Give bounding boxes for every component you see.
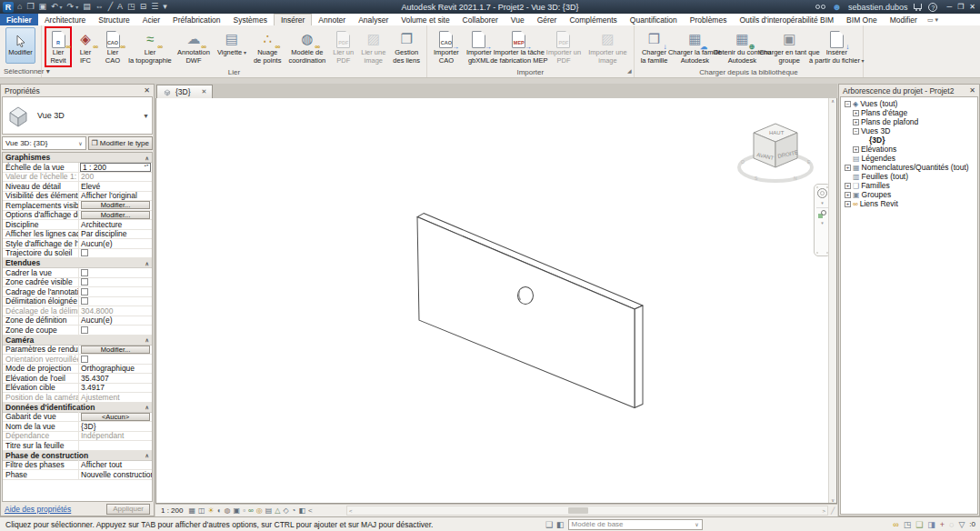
nomenclatures-expander-icon[interactable]: + [845, 165, 851, 171]
steering-wheel-icon[interactable] [817, 188, 827, 198]
compass-north-label[interactable]: N [794, 175, 797, 181]
redo-caret-icon[interactable]: ▾ [75, 4, 78, 10]
vues-3d-expander-icon[interactable]: − [853, 128, 859, 135]
view-cube[interactable]: HAUT AVANT DROITE O E S N [736, 111, 815, 205]
tab-annoter[interactable]: Annoter [312, 14, 352, 25]
ribbon-button-annotation-dwf[interactable]: ☁∞AnnotationDWF [174, 26, 214, 67]
properties-help-link[interactable]: Aide des propriétés [5, 505, 71, 514]
print-icon[interactable]: ▤ [83, 0, 91, 14]
shadows-icon[interactable]: ◐ [217, 505, 222, 517]
compass-west-label[interactable]: O [741, 159, 745, 165]
tree-item-plans-de-plafond[interactable]: +Plans de plafond [841, 117, 977, 126]
active-workset-icon[interactable]: ❑ [915, 520, 923, 529]
section-collapse-icon[interactable]: ∧ [145, 336, 149, 343]
properties-close-icon[interactable]: ✕ [144, 86, 150, 95]
zoom-caret-icon[interactable]: ▾ [821, 220, 824, 225]
reveal-constraints-icon[interactable]: ◇ [283, 505, 288, 517]
vertical-scrollbar[interactable]: ∧ ∨ [828, 98, 836, 503]
measure-icon[interactable]: ⇔ [95, 0, 104, 14]
tab-collaborer[interactable]: Collaborer [456, 14, 505, 25]
tab-structure[interactable]: Structure [92, 14, 136, 25]
search-icon[interactable] [815, 5, 825, 9]
view-tab-3d[interactable]: {3D} ✕ [156, 85, 213, 98]
minimize-button[interactable]: ─ [944, 3, 955, 11]
familles-expander-icon[interactable]: + [845, 183, 851, 189]
user-account[interactable]: sebastien.dubos [848, 3, 908, 12]
editable-only-icon[interactable]: ◧ [556, 520, 565, 529]
view-tab-close-icon[interactable]: ✕ [202, 88, 207, 95]
design-option-select[interactable]: Modèle de base ∨ [568, 519, 703, 530]
modify-button[interactable]: Modifier [5, 27, 35, 64]
reveal-hidden-elements-icon[interactable]: ◎ [256, 505, 263, 517]
ribbon-button-importer-cao[interactable]: CAO→ImporterCAO [430, 26, 463, 67]
undo-caret-icon[interactable]: ▾ [60, 4, 63, 10]
zoom-icon[interactable] [818, 210, 826, 218]
ribbon-button-importer-une-image[interactable]: ▨Importer uneimage [585, 26, 631, 67]
property-value[interactable]: Elevé [79, 182, 152, 191]
tab-modifier[interactable]: Modifier [884, 14, 924, 25]
background-processes-icon[interactable]: ◌ [949, 520, 954, 529]
view-scale[interactable]: 1 : 200 [161, 506, 183, 515]
tab-architecture[interactable]: Architecture [38, 14, 92, 25]
tab-gerer[interactable]: Gérer [531, 14, 564, 25]
scroll-left-icon[interactable]: < [349, 508, 353, 514]
property-value[interactable]: Par discipline [79, 230, 152, 239]
plans-de-plafond-expander-icon[interactable]: + [853, 119, 859, 125]
worksharing-glasses-icon[interactable]: ∞ [893, 520, 898, 529]
section-header-donnees-d-identification[interactable]: Données d'identification∧ [3, 403, 152, 413]
property-value[interactable]: Architecture [79, 220, 152, 229]
tree-item-plans-d-etage[interactable]: +Plans d'étage [841, 108, 977, 117]
property-value[interactable]: Aucun(e) [79, 239, 152, 248]
tab-volume-et-site[interactable]: Volume et site [395, 14, 455, 25]
section-collapse-icon[interactable]: ∧ [145, 260, 149, 266]
ribbon-button-importer-la-tache-de-fabrication-mep[interactable]: MEP→Importer la tâchede fabrication MEP [495, 26, 543, 67]
ribbon-button-lier-une-image[interactable]: ▨Lier uneimage [357, 26, 389, 67]
section-header-phase-de-construction[interactable]: Phase de construction∧ [3, 451, 152, 461]
wall-3d-model[interactable] [156, 98, 836, 503]
undo-icon[interactable]: ↶ [51, 0, 58, 14]
default-3d-view-icon[interactable]: ◳ [127, 0, 135, 14]
ribbon-button-lier-la-topographie[interactable]: ≈∞Lierla topographie [126, 26, 174, 67]
edit-type-button[interactable]: ❐ Modifier le type [88, 136, 153, 150]
scroll-up-icon[interactable]: ∧ [831, 98, 835, 104]
checkbox[interactable] [81, 297, 88, 305]
tree-item-elevations[interactable]: +Elévations [841, 145, 977, 154]
ribbon-button-importer-un-pdf[interactable]: PDFImporter unPDF [543, 26, 585, 67]
section-header-camera[interactable]: Caméra∧ [3, 336, 152, 346]
tab-fichier[interactable]: Fichier [0, 14, 38, 25]
workset-dialog-icon[interactable]: ❑ [545, 520, 553, 529]
property-value[interactable]: 3.4917 [79, 384, 152, 393]
tree-item-legendes[interactable]: ▤Légendes [841, 154, 977, 163]
redo-icon[interactable]: ↷ [67, 0, 75, 14]
view-cube-top-label[interactable]: HAUT [769, 130, 785, 135]
property-value[interactable]: Aucun(e) [79, 316, 152, 326]
rendering-dialog-icon[interactable]: ◍ [225, 505, 231, 517]
hide-analytical-model-icon[interactable]: △ [275, 505, 280, 517]
save-icon[interactable]: ▣ [39, 0, 47, 14]
ribbon-button-lier-revit[interactable]: R∞LierRevit [45, 26, 72, 67]
tree-item-nomenclatures[interactable]: +▦Nomenclatures/Quantités (tout) [841, 163, 977, 172]
property-value[interactable]: Afficher l'original [79, 192, 152, 201]
property-value[interactable]: 35.4307 [79, 374, 152, 383]
viewport[interactable]: HAUT AVANT DROITE O E S N ▾ ▾ ∧ ∨ [155, 98, 837, 504]
wheel-caret-icon[interactable]: ▾ [821, 200, 824, 205]
tree-item-vue-3d-active[interactable]: {3D} [841, 135, 977, 145]
ribbon-panel-label-importer[interactable]: Importer◢ [427, 67, 634, 78]
tab-acier[interactable]: Acier [136, 14, 166, 25]
app-store-cart-icon[interactable] [914, 4, 922, 9]
property-value[interactable]: Afficher tout [79, 461, 152, 470]
horizontal-scrollbar[interactable]: < > [346, 506, 828, 516]
open-icon[interactable]: ❒ [26, 0, 34, 14]
tab-bim-one[interactable]: BIM One [840, 14, 884, 25]
visual-style-icon[interactable]: ◫ [198, 505, 205, 517]
text-icon[interactable]: A [117, 0, 123, 14]
restore-button[interactable]: ❐ [955, 3, 966, 11]
scroll-right-icon[interactable]: > [822, 508, 825, 514]
ribbon-button-lier-un-pdf[interactable]: PDFLier unPDF [329, 26, 357, 67]
close-button[interactable]: ✕ [966, 3, 978, 11]
type-selector-caret-icon[interactable]: ▼ [143, 113, 152, 119]
crop-view-icon[interactable]: ▣ [234, 505, 241, 517]
property-value[interactable]: 1 : 200 [80, 163, 151, 172]
elevations-expander-icon[interactable]: + [853, 146, 859, 153]
tree-item-liens-revit[interactable]: +∞Liens Revit [841, 199, 977, 208]
